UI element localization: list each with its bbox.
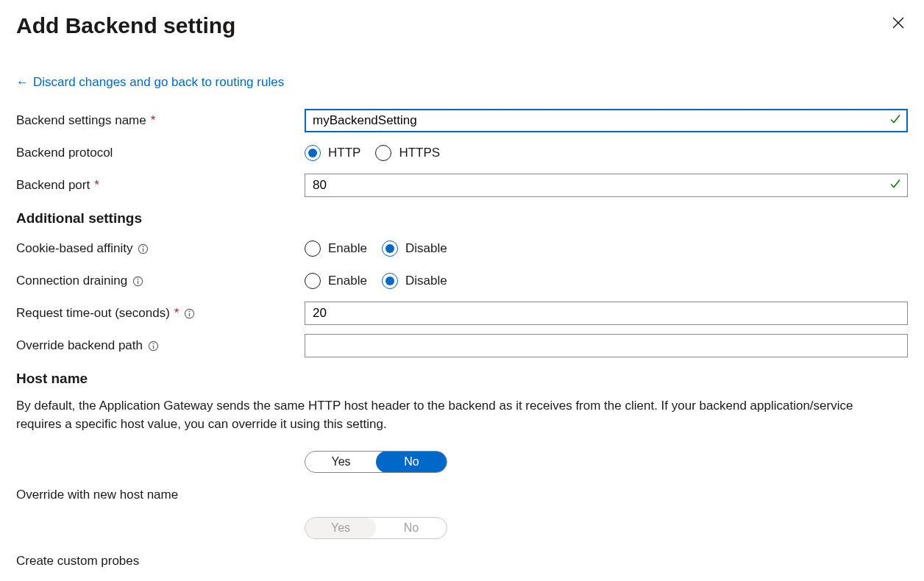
override-backend-path-label: Override backend path (16, 338, 305, 353)
override-backend-path-input[interactable] (305, 334, 908, 357)
arrow-left-icon: ← (16, 75, 29, 90)
discard-back-link[interactable]: ← Discard changes and go back to routing… (16, 75, 284, 90)
label-text: Backend settings name (16, 113, 146, 128)
host-override-yes[interactable]: Yes (305, 452, 377, 472)
protocol-https-radio[interactable]: HTTPS (375, 145, 440, 161)
host-override-no[interactable]: No (376, 451, 447, 473)
backend-port-input[interactable] (305, 174, 908, 197)
close-button[interactable] (889, 13, 908, 32)
backend-protocol-radio-group: HTTP HTTPS (305, 145, 440, 161)
cookie-affinity-radio-group: Enable Disable (305, 240, 447, 257)
radio-label: HTTPS (399, 146, 440, 160)
connection-draining-disable-radio[interactable]: Disable (382, 273, 447, 289)
host-name-help-text: By default, the Application Gateway send… (16, 397, 862, 433)
radio-icon (382, 240, 398, 257)
cookie-affinity-label: Cookie-based affinity (16, 241, 305, 256)
connection-draining-radio-group: Enable Disable (305, 273, 447, 289)
label-text: Connection draining (16, 274, 127, 288)
required-star: * (151, 113, 156, 128)
svg-point-10 (189, 310, 191, 312)
back-link-text: Discard changes and go back to routing r… (33, 75, 284, 90)
backend-settings-name-label: Backend settings name * (16, 113, 305, 128)
required-star: * (174, 306, 180, 321)
radio-label: Enable (328, 241, 367, 256)
host-override-toggle: Yes No (305, 451, 447, 473)
radio-icon (305, 145, 321, 161)
label-text: Override backend path (16, 338, 143, 353)
radio-label: HTTP (328, 146, 360, 160)
backend-settings-name-input[interactable] (305, 109, 908, 132)
radio-icon (305, 240, 321, 257)
radio-label: Disable (405, 274, 447, 288)
svg-point-4 (143, 246, 144, 247)
additional-settings-heading: Additional settings (16, 210, 908, 227)
custom-probes-yes: Yes (305, 518, 376, 538)
custom-probes-toggle: Yes No (305, 517, 447, 539)
cookie-affinity-enable-radio[interactable]: Enable (305, 240, 367, 257)
info-icon[interactable] (147, 340, 159, 352)
svg-rect-3 (143, 248, 143, 252)
backend-port-label: Backend port * (16, 178, 305, 193)
radio-icon (305, 273, 321, 289)
protocol-http-radio[interactable]: HTTP (305, 145, 360, 161)
custom-probes-no: No (376, 518, 447, 538)
host-name-heading: Host name (16, 371, 908, 387)
info-icon[interactable] (137, 243, 149, 254)
info-icon[interactable] (183, 307, 195, 319)
info-icon[interactable] (132, 275, 143, 287)
radio-label: Disable (405, 241, 447, 256)
page-title: Add Backend setting (16, 13, 235, 38)
connection-draining-label: Connection draining (16, 274, 305, 288)
close-icon (892, 16, 905, 29)
create-custom-probes-label: Create custom probes (16, 554, 305, 568)
override-new-host-label: Override with new host name (16, 488, 305, 502)
request-timeout-input[interactable] (305, 302, 908, 325)
label-text: Cookie-based affinity (16, 241, 132, 256)
label-text: Request time-out (seconds) (16, 306, 170, 321)
svg-point-13 (152, 343, 154, 344)
radio-label: Enable (328, 274, 367, 288)
radio-icon (375, 145, 391, 161)
connection-draining-enable-radio[interactable]: Enable (305, 273, 367, 289)
cookie-affinity-disable-radio[interactable]: Disable (382, 240, 447, 257)
svg-rect-12 (152, 345, 153, 349)
svg-rect-6 (138, 280, 138, 284)
label-text: Backend port (16, 178, 90, 193)
backend-protocol-label: Backend protocol (16, 146, 305, 160)
request-timeout-label: Request time-out (seconds) * (16, 306, 305, 321)
required-star: * (94, 178, 99, 193)
radio-icon (382, 273, 398, 289)
svg-rect-9 (189, 313, 190, 316)
svg-point-7 (137, 278, 138, 279)
